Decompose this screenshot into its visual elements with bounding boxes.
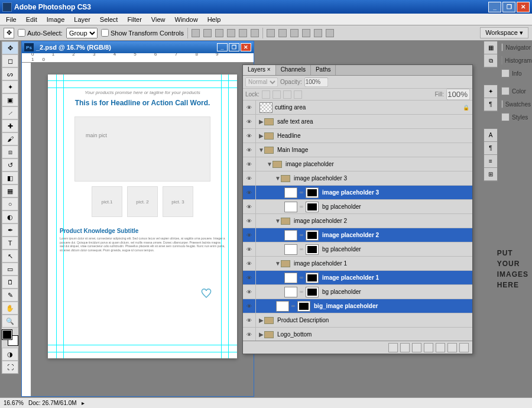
dock-panel-styles[interactable]: Styles [499, 111, 531, 124]
layer-row[interactable]: ▼image placeholder 2 [243, 214, 472, 228]
lasso-tool[interactable]: ᔕ [2, 67, 18, 80]
layer-name[interactable]: image placeholder 2 [293, 218, 472, 224]
move-tool[interactable]: ✥ [2, 41, 18, 54]
visibility-toggle[interactable] [243, 228, 256, 242]
layer-row[interactable]: ▶safe text area [243, 115, 472, 129]
visibility-toggle[interactable] [243, 242, 256, 256]
menu-select[interactable]: Select [95, 15, 123, 24]
disclosure-arrow[interactable]: ▼ [275, 175, 281, 182]
dock-icon[interactable]: ⊞ [484, 168, 497, 181]
dock-icon[interactable]: ⧉ [484, 54, 497, 67]
dock-panel-color[interactable]: Color [499, 85, 531, 98]
eraser-tool[interactable]: ◧ [2, 171, 18, 184]
align-icon[interactable] [251, 29, 259, 37]
menu-edit[interactable]: Edit [21, 15, 42, 24]
lock-all-icon[interactable] [294, 90, 302, 99]
window-close-button[interactable]: ✕ [517, 2, 530, 12]
visibility-toggle[interactable] [243, 214, 256, 228]
gradient-tool[interactable]: ▦ [2, 184, 18, 197]
layer-row[interactable]: ∞image placeholder 3 [243, 186, 472, 200]
new-group-icon[interactable] [436, 343, 445, 352]
doc-maximize-button[interactable]: ❐ [229, 43, 239, 51]
visibility-toggle[interactable] [243, 143, 256, 157]
layer-row[interactable]: ∞image placeholder 2 [243, 228, 472, 242]
dock-icon[interactable]: ≡ [484, 155, 497, 168]
adjustment-layer-icon[interactable] [424, 343, 433, 352]
menu-image[interactable]: Image [42, 15, 70, 24]
disclosure-arrow[interactable]: ▶ [258, 132, 264, 139]
dock-type-icon[interactable]: A [484, 129, 497, 142]
layer-row[interactable]: ▼image placeholder 3 [243, 171, 472, 186]
zoom-display[interactable]: 16.67% [4, 400, 24, 406]
slice-tool[interactable]: ⟋ [2, 106, 18, 119]
layer-name[interactable]: Main Image [276, 147, 472, 153]
layer-row[interactable]: ▼image placeholder 1 [243, 257, 472, 271]
new-layer-icon[interactable] [447, 343, 457, 352]
layer-row[interactable]: ▼Main Image [243, 143, 472, 157]
layer-list[interactable]: cutting area🔒▶safe text area▶Headline▼Ma… [243, 101, 472, 341]
layer-mask-thumb[interactable] [306, 244, 319, 255]
document-title-bar[interactable]: Ps _2.psd @ 16.7% (RGB/8) _ ❐ ✕ [22, 41, 254, 53]
visibility-toggle[interactable] [243, 157, 256, 171]
color-swatch[interactable] [2, 330, 18, 345]
path-select-tool[interactable]: ↖ [2, 250, 18, 263]
layer-row[interactable]: ▶Logo_bottom [243, 328, 472, 341]
align-icon[interactable] [227, 29, 235, 37]
zoom-tool[interactable]: 🔍 [2, 315, 18, 328]
delete-layer-icon[interactable] [459, 343, 469, 352]
layer-name[interactable]: image placeholder 3 [321, 189, 472, 196]
layers-panel[interactable]: Layers ×ChannelsPaths Normal Opacity: Lo… [242, 64, 473, 354]
layer-name[interactable]: bg placeholder [321, 246, 472, 252]
layer-row[interactable]: ▶Headline [243, 129, 472, 143]
doc-close-button[interactable]: ✕ [241, 43, 251, 51]
layer-thumb[interactable] [284, 187, 297, 198]
align-icon[interactable] [239, 29, 247, 37]
layer-mask-thumb[interactable] [306, 187, 319, 198]
layer-name[interactable]: Product Description [276, 317, 472, 323]
disclosure-arrow[interactable]: ▼ [258, 147, 264, 153]
dock-panel-histogram[interactable]: Histogram [499, 54, 531, 67]
visibility-toggle[interactable] [243, 328, 256, 341]
dock-panel-info[interactable]: Info [499, 67, 531, 80]
layer-name[interactable]: image placeholder 1 [321, 274, 472, 281]
distribute-icon[interactable] [326, 29, 334, 37]
distribute-icon[interactable] [278, 29, 287, 37]
visibility-toggle[interactable] [243, 200, 256, 213]
layer-name[interactable]: cutting area [274, 104, 463, 111]
dock-icon[interactable]: ¶ [484, 142, 497, 155]
stamp-tool[interactable]: ⧇ [2, 145, 18, 158]
distribute-icon[interactable] [302, 29, 310, 37]
layer-mask-thumb[interactable] [306, 287, 319, 297]
dock-icon[interactable]: ▦ [484, 41, 497, 54]
menu-help[interactable]: Help [203, 15, 226, 24]
layer-thumb[interactable] [284, 244, 297, 255]
visibility-toggle[interactable] [243, 101, 256, 114]
wand-tool[interactable]: ✦ [2, 80, 18, 93]
show-transform-checkbox[interactable]: Show Transform Controls [101, 29, 184, 37]
layer-name[interactable]: big_image placeholder [313, 303, 472, 309]
status-arrow-icon[interactable]: ▸ [82, 400, 85, 406]
layer-thumb[interactable] [284, 273, 297, 283]
layer-mask-thumb[interactable] [306, 230, 319, 241]
menu-filter[interactable]: Filter [122, 15, 146, 24]
layer-thumb[interactable] [284, 202, 297, 212]
shape-tool[interactable]: ▭ [2, 263, 18, 276]
blur-tool[interactable]: ○ [2, 197, 18, 211]
ruler-horizontal[interactable]: 0 1 2 3 4 5 6 7 8 9 10 [22, 53, 254, 63]
menu-file[interactable]: File [1, 15, 21, 24]
type-tool[interactable]: T [2, 237, 18, 250]
menu-layer[interactable]: Layer [69, 15, 95, 24]
eyedropper-tool[interactable]: ✎ [2, 289, 18, 302]
lock-position-icon[interactable] [283, 90, 291, 99]
menu-window[interactable]: Window [170, 15, 203, 24]
disclosure-arrow[interactable]: ▶ [258, 317, 264, 323]
layer-row[interactable]: ▼image placeholder [243, 157, 472, 171]
notes-tool[interactable]: 🗒 [2, 276, 18, 289]
layer-row[interactable]: ∞bg placeholder [243, 285, 472, 299]
layer-thumb[interactable] [259, 102, 273, 113]
layer-name[interactable]: image placeholder 3 [293, 175, 472, 182]
layer-row[interactable]: cutting area🔒 [243, 101, 472, 115]
visibility-toggle[interactable] [243, 129, 256, 143]
dock-icon[interactable]: ¶ [484, 98, 497, 111]
tab-layers[interactable]: Layers × [243, 65, 276, 75]
